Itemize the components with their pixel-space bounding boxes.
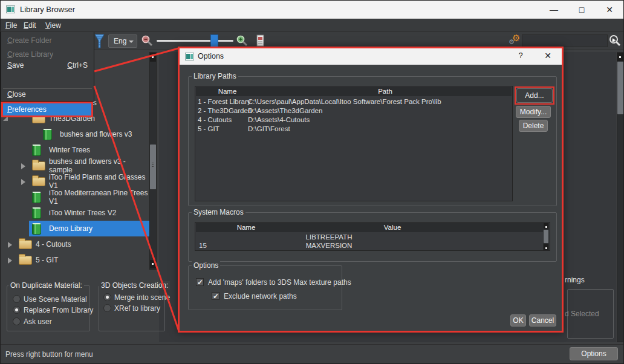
library-paths-group: Library Paths Name Path 1 - Forest Libra… [188,76,557,206]
app-icon [185,53,194,60]
collapsed-arrow-icon[interactable] [21,179,25,185]
help-button[interactable]: ? [513,51,528,63]
checkbox-add-maps-folders[interactable] [196,278,204,286]
menu-item-save[interactable]: Save Ctrl+S [1,59,94,72]
pointer-magnifier-icon[interactable] [608,34,622,48]
collapsed-arrow-icon[interactable] [8,258,12,264]
macro-name[interactable]: LIBTREEPATH [296,233,362,241]
options-dialog: Options ? ✕ Library Paths Name Path 1 - … [178,47,564,333]
menu-file[interactable]: File [2,20,21,31]
status-hint: Press right button for menu [5,350,93,359]
shortcut-label: Ctrl+S [67,59,88,72]
language-value: Eng [114,37,126,45]
collapsed-arrow-icon[interactable] [8,242,12,248]
ok-button[interactable]: OK [510,314,526,327]
scroll-up-button[interactable] [150,53,156,62]
macros-scrollbar-thumb[interactable] [544,230,548,243]
app-icon [6,5,15,13]
macro-name[interactable]: MAXVERSION [296,242,362,249]
close-button[interactable]: ✕ [600,3,619,16]
window-title: Library Browser [20,5,75,14]
library-book-icon [32,145,41,156]
library-paths-table[interactable]: Name Path 1 - Forest Library C:\Users\pa… [195,86,513,201]
page-icon[interactable] [256,34,265,47]
scroll-up-button[interactable] [617,53,623,61]
row-name[interactable]: 1 - Forest Library [198,98,251,105]
scroll-down-button[interactable] [150,260,156,268]
radio-replace-from-library[interactable] [13,306,21,314]
group-title: Options [192,261,220,270]
radio-merge-into-scene[interactable] [103,293,111,301]
menu-view[interactable]: View [42,20,65,31]
macro-prefix[interactable]: 15 [199,242,207,249]
main-scrollbar-thumb[interactable] [617,62,623,114]
tree-item[interactable]: iToo Mediterranean Pine Trees V1 [1,189,149,205]
radio-xref-to-library[interactable] [103,304,111,312]
tree-item-selected[interactable]: Demo Library [29,221,149,236]
main-scrollbar[interactable] [617,52,624,342]
menu-item-close[interactable]: Close [1,88,94,101]
chevron-down-icon [129,41,134,43]
tree-item[interactable]: bushes and flowers v3 - sample [1,158,149,174]
file-menu: Create Folder Create Library Save Ctrl+S… [1,32,94,102]
dialog-title: Options [198,52,224,60]
tree-item[interactable]: 5 - GIT [1,252,149,268]
column-header-name[interactable]: Name [196,88,259,95]
library-book-icon [32,192,41,203]
tree-item[interactable]: iToo Winter Trees V2 [1,205,149,221]
system-macros-table[interactable]: Name Value LIBTREEPATH 15 MAXVERSION [195,222,550,251]
scroll-down-button[interactable] [544,244,548,250]
tree-item[interactable]: bushes and flowers v3 [1,126,149,142]
zoom-in-icon[interactable] [236,35,249,48]
dialog-close-button[interactable]: ✕ [540,51,556,63]
library-book-icon [43,129,52,140]
tree-item[interactable]: 4 - Cutouts [1,236,149,252]
row-path[interactable]: D:\Assets\The3dGarden [248,107,322,114]
zoom-out-icon[interactable] [141,35,154,48]
row-name[interactable]: 2 - The3DGarden [198,107,252,114]
menu-edit[interactable]: Edit [20,20,40,31]
dialog-titlebar: Options ? ✕ [180,48,562,65]
column-header-path[interactable]: Path [259,88,512,95]
menubar: File Edit View [1,19,624,32]
column-header-value[interactable]: Value [365,224,420,231]
tree-scrollbar-thumb[interactable] [150,145,156,189]
collapsed-arrow-icon[interactable] [21,163,25,169]
menu-item-preferences[interactable]: Preferences [1,102,93,117]
tree-item[interactable]: Winter Trees [1,142,149,158]
row-path[interactable]: C:\Users\paul\AppData\Local\Itoo Softwar… [248,98,441,105]
scroll-up-button[interactable] [544,223,548,229]
column-header-name[interactable]: Name [219,224,273,231]
tree-item[interactable]: iToo Field Plants and Grasses V1 [1,174,149,189]
row-name[interactable]: 4 - Cutouts [198,116,232,123]
library-book-icon [32,223,41,235]
checkbox-exclude-network-paths[interactable] [212,292,219,300]
radio-ask-user[interactable] [13,317,21,325]
search-input[interactable] [522,34,608,47]
folder-icon [32,161,45,171]
zoom-slider-thumb[interactable] [210,34,218,47]
radio-use-scene-material[interactable] [13,295,21,303]
group-title: Library Paths [192,72,238,80]
group-title: System Macros [192,208,245,216]
tree-scrollbar[interactable] [149,52,157,270]
filter-icon[interactable] [94,34,105,49]
delete-button[interactable]: Delete [519,120,548,132]
macros-scrollbar[interactable] [543,223,549,250]
row-path[interactable]: D:\Assets\4-Cutouts [248,116,310,123]
maximize-button[interactable]: □ [573,3,591,16]
zoom-slider-track[interactable] [157,40,233,42]
row-path[interactable]: D:\GIT\Forest [248,125,290,132]
statusbar: Press right button for menu Options [1,344,624,364]
minimize-button[interactable]: — [545,3,563,16]
selected-label-fragment: d Selected [565,310,599,318]
menu-item-create-folder: Create Folder [1,34,94,47]
add-button-highlight [515,86,554,105]
cancel-button[interactable]: Cancel [529,314,556,327]
row-name[interactable]: 5 - GIT [198,125,219,132]
options-button[interactable]: Options [570,347,618,360]
warnings-label-fragment: rnings [565,276,585,284]
group-title: On Duplicate Material: [8,281,84,290]
modify-button[interactable]: Modify... [516,106,551,118]
language-dropdown[interactable]: Eng [108,34,137,48]
